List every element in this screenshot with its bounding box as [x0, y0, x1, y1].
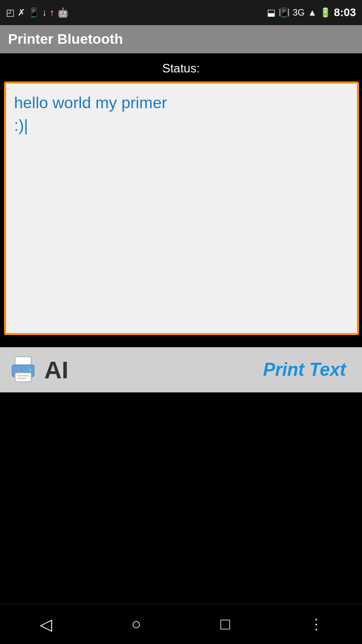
recents-button[interactable]: □	[214, 609, 236, 639]
upload-icon: ↑	[50, 8, 54, 17]
status-time: 8:03	[334, 6, 356, 19]
phone-icon: 📱	[28, 8, 39, 17]
signal-icon: ◰	[6, 8, 15, 17]
bottom-toolbar: AI Print Text	[0, 347, 362, 392]
status-left-icons: ◰ ✗ 📱 ↓ ↑ 🤖	[6, 8, 68, 17]
more-options-button[interactable]: ⋮	[303, 610, 328, 638]
app-title: Printer Bluetooth	[8, 31, 123, 47]
back-button[interactable]: ◁	[34, 609, 58, 640]
bluetooth-icon: ⬓	[267, 8, 276, 17]
status-bar: ◰ ✗ 📱 ↓ ↑ 🤖 ⬓ 📳 3G ▲ 🔋 8:03	[0, 0, 362, 25]
download-icon: ↓	[42, 8, 47, 17]
battery-icon: 🔋	[320, 8, 331, 17]
svg-rect-2	[15, 373, 31, 382]
printer-icon-wrapper	[8, 355, 38, 385]
no-signal-icon: ✗	[18, 8, 25, 17]
vibrate-icon: 📳	[279, 8, 290, 17]
text-input[interactable]: hello world my primer :)|	[14, 92, 349, 323]
signal-bars-icon: ▲	[308, 8, 317, 17]
status-right-icons: ⬓ 📳 3G ▲ 🔋 8:03	[267, 6, 356, 19]
ai-label: AI	[44, 356, 68, 384]
main-content: Status: hello world my primer :)|	[0, 53, 362, 343]
status-label: Status:	[4, 61, 358, 75]
svg-point-5	[29, 368, 32, 371]
android-icon: 🤖	[57, 8, 68, 17]
nav-bar: ◁ ○ □ ⋮	[0, 604, 362, 644]
printer-icon	[8, 355, 38, 385]
network-3g-label: 3G	[293, 8, 305, 17]
text-input-container[interactable]: hello world my primer :)|	[4, 82, 359, 335]
home-button[interactable]: ○	[125, 609, 147, 639]
app-bar: Printer Bluetooth	[0, 25, 362, 53]
print-text-button[interactable]: Print Text	[255, 355, 354, 384]
